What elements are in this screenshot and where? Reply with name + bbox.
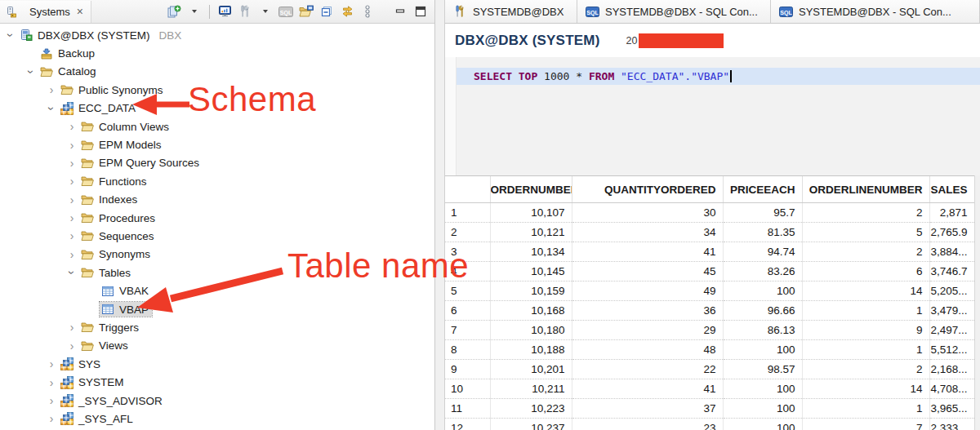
cell[interactable]: 37 — [572, 399, 723, 419]
tree-item-body[interactable]: SYS — [59, 357, 104, 371]
chevron-right-icon[interactable]: › — [44, 358, 59, 370]
sql-statement-line[interactable]: SELECT TOP 1000 * FROM "ECC_DATA"."VBAP" — [457, 68, 980, 85]
cell[interactable]: 3,746.7 — [929, 262, 974, 281]
chevron-right-icon[interactable]: › — [65, 340, 79, 352]
cell[interactable]: 5,205... — [929, 281, 974, 301]
chevron-right-icon[interactable]: › — [65, 230, 79, 242]
row-number-cell[interactable]: 7 — [445, 321, 490, 340]
row-number-cell[interactable]: 6 — [445, 301, 490, 321]
cell[interactable]: 2,497... — [929, 321, 974, 340]
cell[interactable]: 81.35 — [723, 223, 802, 242]
tree-item-body[interactable]: VBAK — [100, 284, 152, 299]
column-header-quantityordered[interactable]: QUANTITYORDERED — [572, 176, 723, 203]
tree-item-sequences[interactable]: ›Sequences — [0, 227, 434, 245]
table-row[interactable]: 510,15949100145,205... — [445, 281, 974, 301]
cell[interactable]: 5 — [802, 223, 929, 242]
refresh-icon[interactable] — [338, 2, 356, 21]
tree-item-procedures[interactable]: ›Procedures — [0, 209, 434, 227]
tree-item-body[interactable]: EPM Models — [79, 138, 165, 153]
cell[interactable]: 30 — [572, 203, 723, 223]
column-header-sales[interactable]: SALES — [929, 176, 974, 203]
cell[interactable]: 94.74 — [723, 242, 802, 262]
cell[interactable]: 10,134 — [490, 242, 572, 262]
configure-icon[interactable] — [236, 2, 254, 21]
column-header-ordernumber[interactable]: ORDERNUMBER — [490, 176, 572, 203]
row-number-cell[interactable]: 12 — [445, 419, 490, 430]
table-row[interactable]: 810,1884810015,512... — [445, 340, 974, 360]
chevron-right-icon[interactable]: › — [65, 212, 79, 224]
table-row[interactable]: 710,1802986.1392,497... — [445, 321, 974, 340]
chevron-right-icon[interactable]: › — [44, 413, 59, 424]
tree-item-body[interactable]: VBAP — [100, 302, 152, 317]
cell[interactable]: 2,168... — [929, 360, 974, 379]
chevron-down-icon[interactable]: › — [66, 265, 78, 280]
cell[interactable]: 2 — [802, 242, 929, 262]
cell[interactable]: 22 — [572, 360, 723, 379]
tree-item-body[interactable]: Indexes — [79, 193, 140, 207]
cell[interactable]: 100 — [723, 419, 802, 430]
chevron-right-icon[interactable]: › — [65, 140, 79, 151]
editor-tab-1[interactable]: SYSTEMDB@DBX — [445, 0, 577, 23]
cell[interactable]: 100 — [723, 340, 802, 360]
cell[interactable]: 7 — [802, 419, 929, 430]
sql-console-icon[interactable]: SQL — [277, 2, 295, 21]
cell[interactable]: 83.26 — [723, 262, 802, 281]
tree-item-body[interactable]: Column Views — [79, 119, 172, 134]
tree-item-body[interactable]: DBX@DBX (SYSTEM) — [18, 28, 153, 42]
tree-item-system[interactable]: ›SYSTEM — [0, 373, 434, 391]
row-number-cell[interactable]: 4 — [445, 262, 490, 281]
open-folder-icon[interactable] — [297, 2, 315, 21]
tree-item-column-views[interactable]: ›Column Views — [0, 117, 434, 135]
cell[interactable]: 29 — [572, 321, 723, 340]
tree-item-public-synonyms[interactable]: ›Public Synonyms — [0, 81, 434, 99]
cell[interactable]: 6 — [802, 262, 929, 281]
cell[interactable]: 10,145 — [490, 262, 572, 281]
cell[interactable]: 98.57 — [723, 360, 802, 379]
chevron-right-icon[interactable]: › — [65, 175, 79, 187]
tree-item-body[interactable]: Catalog — [38, 64, 100, 79]
cell[interactable]: 96.66 — [723, 301, 802, 321]
cell[interactable]: 2,333... — [929, 419, 974, 430]
cell[interactable]: 48 — [572, 340, 723, 360]
cell[interactable]: 1 — [802, 340, 929, 360]
row-number-cell[interactable]: 1 — [445, 203, 490, 223]
row-number-cell[interactable]: 5 — [445, 281, 490, 301]
chevron-right-icon[interactable]: › — [65, 121, 79, 132]
row-number-cell[interactable]: 3 — [445, 242, 490, 262]
minimize-icon[interactable] — [391, 2, 409, 21]
column-header-orderlinenumber[interactable]: ORDERLINENUMBER — [802, 176, 929, 203]
tree-item-body[interactable]: Functions — [79, 174, 150, 188]
row-number-cell[interactable]: 2 — [445, 223, 490, 242]
cell[interactable]: 34 — [572, 223, 723, 242]
table-row[interactable]: 110,1073095.722,871 — [445, 203, 974, 223]
table-row[interactable]: 610,1683696.6613,479... — [445, 301, 974, 321]
cell[interactable]: 14 — [802, 281, 929, 301]
chevron-right-icon[interactable]: › — [44, 395, 59, 406]
dropdown-arrow-icon[interactable] — [185, 2, 203, 21]
row-number-cell[interactable]: 8 — [445, 340, 490, 360]
cell[interactable]: 2 — [802, 203, 929, 223]
table-row[interactable]: 410,1454583.2663,746.7 — [445, 262, 974, 281]
table-row[interactable]: 210,1213481.3552,765.9 — [445, 223, 974, 242]
chevron-right-icon[interactable]: › — [65, 194, 79, 206]
tree-item-vbap[interactable]: ›VBAP — [0, 300, 434, 318]
cell[interactable]: 2,871 — [929, 203, 974, 223]
tree-item-body[interactable]: ECC_DATA — [59, 101, 139, 116]
chevron-down-icon[interactable]: › — [5, 28, 16, 42]
cell[interactable]: 10,168 — [490, 301, 572, 321]
cell[interactable]: 5,512... — [929, 340, 974, 360]
cell[interactable]: 41 — [572, 379, 723, 399]
tree-item-sys-afl[interactable]: ›_SYS_AFL — [0, 410, 434, 428]
table-row[interactable]: 910,2012298.5722,168... — [445, 360, 974, 379]
tree-item-ecc-data[interactable]: ›ECC_DATA — [0, 100, 434, 117]
tree-item-functions[interactable]: ›Functions — [0, 172, 434, 190]
tree-item-sys[interactable]: ›SYS — [0, 355, 434, 373]
tree-item-catalog[interactable]: ›Catalog — [0, 63, 434, 81]
vertical-scrollbar[interactable] — [974, 175, 980, 430]
sql-editor[interactable]: SELECT TOP 1000 * FROM "ECC_DATA"."VBAP" — [445, 57, 980, 175]
tree-item-body[interactable]: Triggers — [79, 320, 142, 335]
cell[interactable]: 95.7 — [723, 203, 802, 223]
cell[interactable]: 2 — [802, 360, 929, 379]
row-number-cell[interactable]: 11 — [445, 399, 490, 419]
tree-item-body[interactable]: Views — [79, 339, 131, 353]
